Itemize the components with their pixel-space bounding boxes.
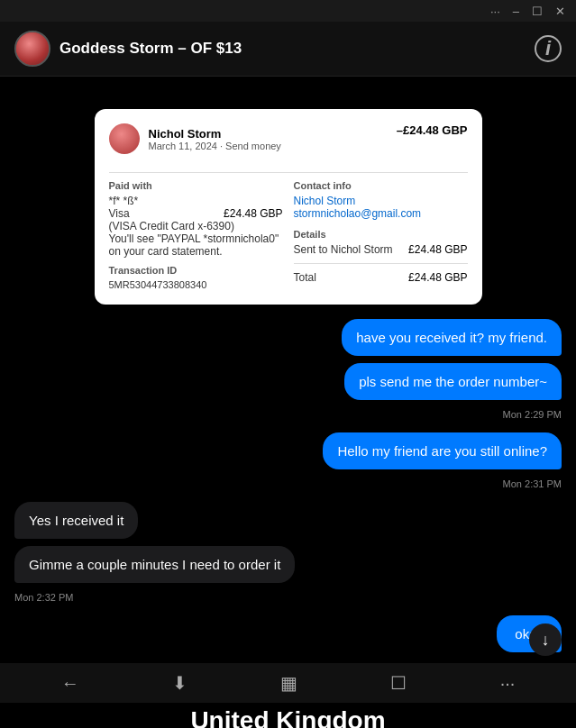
timestamp: Mon 2:32 PM (14, 592, 562, 603)
visa-detail: (VISA Credit Card x-6390) (109, 220, 283, 232)
bottom-bar: ← ⬇ ▦ ☐ ··· United Kingdom (0, 663, 576, 728)
minimize-icon[interactable]: – (513, 5, 519, 18)
bottom-icons: ← ⬇ ▦ ☐ ··· (0, 663, 576, 703)
timestamp: Mon 2:31 PM (14, 478, 562, 489)
scroll-down-button[interactable]: ↓ (529, 623, 562, 656)
message-bubble: have you received it? my friend. (342, 319, 562, 356)
payment-avatar (109, 123, 140, 154)
timestamp: Mon 2:29 PM (14, 409, 562, 420)
more-icon[interactable]: ··· (500, 673, 516, 694)
top-dots-bar: ··· – ☐ ✕ (0, 0, 576, 22)
total-amount: £24.48 GBP (408, 271, 467, 284)
details-label: Details (294, 229, 468, 240)
paid-with-label: Paid with (109, 180, 283, 191)
close-icon[interactable]: ✕ (555, 5, 565, 18)
bottom-label-text: United Kingdom (190, 706, 385, 728)
bottom-label: United Kingdom (0, 703, 576, 728)
square-icon[interactable]: ☐ (390, 672, 407, 694)
chat-header: Goddess Storm – OF $13 i (0, 22, 576, 77)
back-icon[interactable]: ← (61, 673, 79, 694)
payment-date: March 11, 2024 · Send money (149, 141, 281, 151)
chat-area: Nichol Storm March 11, 2024 · Send money… (0, 98, 576, 682)
payment-amount-header: –£24.48 GBP (397, 123, 468, 137)
contact-name: Nichol Storm (294, 195, 468, 207)
details-sent: Sent to Nichol Storm (294, 243, 393, 256)
total-label: Total (294, 271, 316, 284)
dots-icon[interactable]: ··· (490, 5, 500, 18)
payment-card-header: Nichol Storm March 11, 2024 · Send money (109, 123, 281, 154)
payment-card: Nichol Storm March 11, 2024 · Send money… (95, 109, 482, 305)
transaction-id-label: Transaction ID (109, 265, 283, 276)
payment-contact-section: Contact info Nichol Storm stormnicholao@… (294, 180, 468, 290)
transaction-id-value: 5MR53044733808340 (109, 279, 283, 290)
details-amount: £24.48 GBP (408, 243, 467, 256)
message-bubble: Hello my friend are you still online? (323, 432, 562, 469)
header-left: Goddess Storm – OF $13 (14, 31, 242, 67)
contact-label: Contact info (294, 180, 468, 191)
message-bubble: Yes I received it (14, 502, 138, 539)
payment-paid-section: Paid with *f* *ß* Visa £24.48 GBP (VISA … (109, 180, 283, 290)
info-icon[interactable]: i (535, 35, 562, 62)
message-bubble: pls send me the order number~ (344, 363, 562, 400)
visa-label: Visa (109, 207, 130, 220)
paid-method: *f* *ß* (109, 195, 283, 207)
contact-email: stormnicholao@gmail.com (294, 207, 468, 220)
payment-sender-name: Nichol Storm (149, 127, 281, 141)
chat-title: Goddess Storm – OF $13 (59, 40, 242, 58)
message-bubble: Gimme a couple minutes I need to order i… (14, 546, 295, 583)
grid-icon[interactable]: ▦ (280, 672, 297, 694)
maximize-icon[interactable]: ☐ (532, 5, 543, 18)
paid-amount: £24.48 GBP (224, 207, 282, 220)
download-icon[interactable]: ⬇ (172, 672, 187, 694)
visa-note: You'll see "PAYPAL *stormnichola0" on yo… (109, 232, 283, 258)
avatar (14, 31, 50, 67)
